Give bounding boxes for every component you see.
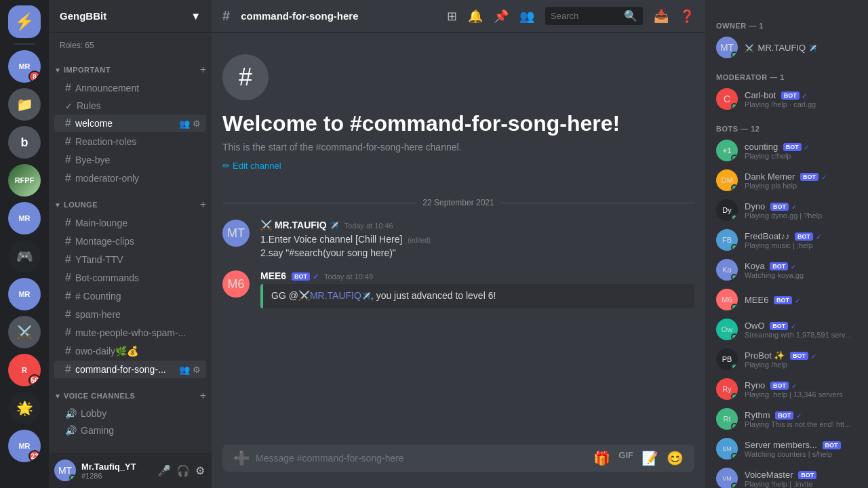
- add-member-icon[interactable]: 👥: [179, 119, 190, 129]
- channel-name: welcome: [75, 118, 176, 129]
- channel-owo-daily[interactable]: # owo-daily🌿💰: [54, 342, 206, 360]
- help-icon[interactable]: ❓: [679, 9, 694, 24]
- channel-rules[interactable]: ✓ Rules: [54, 98, 206, 114]
- channel-reaction-roles[interactable]: # Reaction-roles: [54, 133, 206, 150]
- member-item-dyno[interactable]: Dy Dyno BOT ✓ Playing dyno.gg | ?help: [711, 195, 863, 225]
- member-avatar-carlbot: C: [716, 88, 738, 110]
- member-item-probot[interactable]: PB ProBot ✨ BOT ✓ Playing /help: [711, 344, 863, 374]
- channel-name: # Counting: [75, 291, 201, 302]
- inbox-icon[interactable]: 📥: [654, 9, 669, 24]
- member-status-owner: [731, 52, 738, 58]
- channel-command-for-song[interactable]: # command-for-song-... 👥 ⚙: [54, 361, 206, 378]
- crown-icon-owner: ⚔️: [745, 44, 754, 52]
- member-item-dankmemer[interactable]: DM Dank Memer BOT ✓ Playing pls help: [711, 165, 863, 195]
- deafen-button[interactable]: 🎧: [175, 463, 191, 479]
- settings-icon[interactable]: ⚙: [193, 119, 201, 129]
- attach-icon[interactable]: ➕: [233, 450, 250, 466]
- gift-icon[interactable]: 🎁: [593, 450, 610, 466]
- roles-info: Roles: 65: [49, 38, 212, 53]
- member-item-ryno[interactable]: Ry Ryno BOT ✓ Playing .help | 13,346 ser…: [711, 374, 863, 404]
- emoji-icon[interactable]: 😊: [667, 450, 684, 466]
- channel-name: YTand-TTV: [75, 254, 201, 265]
- member-item-owo[interactable]: Ow OwO BOT ✓ Streaming with 1,978,591 se…: [711, 314, 863, 344]
- channel-bot-commands[interactable]: # Bot-commands: [54, 269, 206, 287]
- member-item-servermembers[interactable]: SM Server members... BOT Watching counte…: [711, 434, 863, 464]
- hashtag-icon[interactable]: ⊞: [447, 9, 457, 24]
- add-member-icon-2[interactable]: 👥: [179, 365, 190, 375]
- member-item-rythm[interactable]: Rt Rythm BOT ✓ Playing This is not the e…: [711, 404, 863, 434]
- server-icon-7[interactable]: MR: [8, 278, 41, 310]
- member-info-ryno: Ryno BOT ✓ Playing .help | 13,346 server…: [745, 380, 857, 399]
- settings-icon-2[interactable]: ⚙: [193, 365, 201, 375]
- member-activity-ryno: Playing .help | 13,346 servers: [745, 390, 857, 399]
- member-avatar-rythm: Rt: [716, 408, 738, 430]
- channel-main-lounge[interactable]: # Main-lounge: [54, 214, 206, 232]
- edit-channel-button[interactable]: ✏ Edit channel: [222, 161, 281, 171]
- user-area: MT Mr.Taufiq_YT #1286 🎤 🎧 ⚙: [49, 453, 212, 488]
- gif-icon[interactable]: GIF: [618, 450, 633, 466]
- voice-icon-2: 🔊: [65, 425, 77, 436]
- members-category-owner: owner — 1: [711, 11, 863, 33]
- message-author-1: ⚔️ MR.TAUFIQ ✈️: [260, 220, 339, 230]
- server-icon-4[interactable]: RFPF: [8, 164, 41, 197]
- server-icon-1[interactable]: MR 8: [8, 50, 41, 83]
- discord-home-icon[interactable]: ⚡: [8, 5, 41, 38]
- channel-prefix: #: [65, 253, 71, 266]
- channel-ytand-ttv[interactable]: # YTand-TTV: [54, 251, 206, 268]
- channel-name: Rules: [77, 100, 201, 111]
- member-status-dyno: [731, 214, 738, 221]
- category-add-important[interactable]: +: [200, 64, 206, 76]
- server-icon-10[interactable]: 🌟: [8, 392, 41, 424]
- message-input[interactable]: [256, 445, 588, 472]
- channel-montage-clips[interactable]: # Montage-clips: [54, 232, 206, 250]
- channel-spam-here[interactable]: # spam-here: [54, 306, 206, 323]
- member-avatar-voicemaster: VM: [716, 468, 738, 488]
- voice-channel-gaming[interactable]: 🔊 Gaming: [54, 422, 206, 439]
- server-icon-2[interactable]: 📁: [8, 88, 41, 121]
- member-item-owner[interactable]: MT ⚔️ MR.TAUFIQ ✈️: [711, 33, 863, 62]
- category-chevron-lounge: ▼: [54, 201, 61, 209]
- current-user-avatar: MT: [54, 460, 76, 481]
- member-item-counting[interactable]: +1 counting BOT ✓ Playing c!help: [711, 136, 863, 165]
- server-icon-8[interactable]: ⚔️: [8, 316, 41, 348]
- member-avatar-dyno: Dy: [716, 199, 738, 221]
- member-status-servermembers: [731, 453, 738, 460]
- channel-name: Reaction-roles: [75, 136, 201, 147]
- member-status-mee6: [731, 304, 738, 310]
- settings-button[interactable]: ⚙: [194, 463, 206, 479]
- mute-button[interactable]: 🎤: [156, 463, 172, 479]
- notification-badge: 8: [28, 70, 41, 83]
- category-voice[interactable]: ▼ VOICE CHANNELS +: [49, 379, 212, 405]
- server-icon-3[interactable]: b: [8, 126, 41, 159]
- member-info-fredboat: FredBoat♪♪ BOT ✓ Playing music | ;help: [745, 231, 857, 249]
- bell-icon[interactable]: 🔔: [468, 9, 483, 24]
- search-input[interactable]: [551, 11, 620, 21]
- server-icon-6[interactable]: 🎮: [8, 240, 41, 272]
- channel-sidebar: GengBBit ▼ Roles: 65 ▼ IMPORTANT + # Ann…: [49, 0, 212, 488]
- category-label-important: IMPORTANT: [64, 66, 111, 74]
- server-icon-5[interactable]: MR: [8, 202, 41, 235]
- member-item-carlbot[interactable]: C Carl-bot BOT ✓ Playing !help · carl.gg: [711, 84, 863, 114]
- category-add-voice[interactable]: +: [200, 390, 206, 402]
- server-header[interactable]: GengBBit ▼: [49, 0, 212, 33]
- channel-moderator-only[interactable]: # moderator-only: [54, 169, 206, 187]
- channel-mute-people[interactable]: # mute-people-who-spam-...: [54, 324, 206, 342]
- server-icon-11[interactable]: MR 23: [8, 430, 41, 462]
- pin-icon[interactable]: 📌: [494, 9, 509, 24]
- member-status-ryno: [731, 393, 738, 400]
- category-important[interactable]: ▼ IMPORTANT +: [49, 53, 212, 79]
- category-add-lounge[interactable]: +: [200, 199, 206, 211]
- member-item-koya[interactable]: Ko Koya BOT ✓ Watching koya.gg: [711, 255, 863, 285]
- member-item-fredboat[interactable]: FB FredBoat♪♪ BOT ✓ Playing music | ;hel…: [711, 225, 863, 255]
- voice-channel-lobby[interactable]: 🔊 Lobby: [54, 405, 206, 422]
- sticker-icon[interactable]: 📝: [642, 450, 658, 466]
- channel-counting[interactable]: # # Counting: [54, 287, 206, 305]
- server-icon-9[interactable]: R 56: [8, 354, 41, 386]
- channel-announcement[interactable]: # Announcement: [54, 79, 206, 97]
- members-icon[interactable]: 👥: [519, 9, 534, 24]
- member-item-mee6[interactable]: M6 MEE6 BOT ✓: [711, 285, 863, 314]
- category-lounge[interactable]: ▼ LOUNGE +: [49, 188, 212, 214]
- channel-bye-bye[interactable]: # Bye-bye: [54, 151, 206, 169]
- channel-welcome[interactable]: # welcome 👥 ⚙: [54, 115, 206, 132]
- member-item-voicemaster[interactable]: VM VoiceMaster BOT Playing !help | .invi…: [711, 464, 863, 488]
